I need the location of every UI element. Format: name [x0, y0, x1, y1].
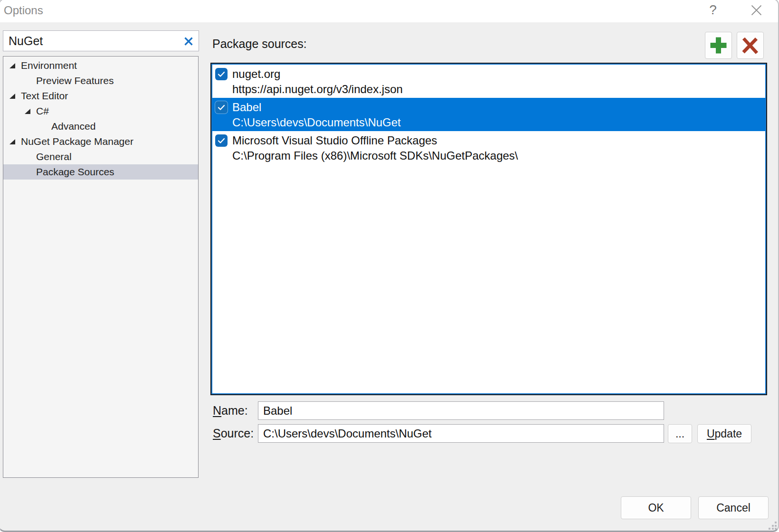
close-icon — [751, 5, 762, 16]
red-x-icon — [742, 37, 759, 54]
grip-dot — [775, 528, 777, 530]
tree-item[interactable]: Environment — [3, 58, 198, 73]
titlebar: Options ? — [0, 0, 779, 22]
dialog-title: Options — [4, 0, 43, 22]
ok-button[interactable]: OK — [621, 496, 691, 519]
search-box[interactable]: NuGet — [3, 30, 199, 51]
source-path: https://api.nuget.org/v3/index.json — [232, 82, 403, 97]
update-button[interactable]: Update — [697, 424, 751, 443]
help-button[interactable]: ? — [703, 0, 722, 21]
resize-grip[interactable] — [769, 522, 777, 530]
tree-item[interactable]: General — [3, 149, 198, 164]
package-source-row[interactable]: Babel C:\Users\devs\Documents\NuGet — [212, 98, 765, 131]
tree-item[interactable]: Preview Features — [3, 73, 198, 88]
dialog-body: NuGet Environment Preview Features Text … — [0, 22, 779, 532]
tree-expander-icon[interactable] — [10, 94, 15, 99]
tree-expander-icon[interactable] — [10, 139, 15, 144]
remove-source-button[interactable] — [737, 32, 764, 59]
grip-dot — [775, 522, 777, 523]
tree-item[interactable]: Advanced — [3, 119, 198, 134]
tree-expander-icon[interactable] — [10, 63, 15, 68]
tree-expander-icon[interactable] — [25, 109, 30, 114]
tree-item-label: C# — [36, 104, 49, 119]
checkmark-icon — [215, 68, 228, 80]
search-input[interactable]: NuGet — [9, 31, 43, 51]
grip-dot — [769, 528, 770, 530]
tree-item[interactable]: Package Sources — [3, 164, 198, 180]
grip-dot — [772, 528, 774, 530]
source-label: Source: — [213, 426, 254, 441]
tree-item[interactable]: C# — [3, 104, 198, 119]
tree-item-label: Environment — [21, 58, 77, 73]
tree-item[interactable]: Text Editor — [3, 88, 198, 104]
options-dialog: Options ? NuGet Environment Preview Feat… — [0, 0, 779, 532]
source-enabled-checkbox[interactable] — [215, 68, 228, 80]
tree-item-label: Package Sources — [36, 164, 114, 180]
checkmark-icon — [215, 134, 228, 147]
checkmark-icon — [215, 101, 228, 114]
browse-button[interactable]: ... — [668, 424, 692, 443]
grip-dot — [772, 525, 774, 527]
package-source-row[interactable]: Microsoft Visual Studio Offline Packages… — [212, 131, 765, 164]
add-source-button[interactable] — [705, 32, 732, 59]
package-source-row[interactable]: nuget.org https://api.nuget.org/v3/index… — [212, 65, 765, 98]
source-name: nuget.org — [232, 66, 280, 82]
source-enabled-checkbox[interactable] — [215, 101, 228, 114]
tree-item-label: Preview Features — [36, 73, 114, 88]
source-input[interactable]: C:\Users\devs\Documents\NuGet — [258, 424, 664, 443]
tree-item-label: General — [36, 149, 72, 164]
source-path: C:\Users\devs\Documents\NuGet — [232, 115, 401, 130]
help-icon: ? — [709, 2, 717, 18]
search-clear-icon — [184, 37, 193, 46]
package-sources-list: nuget.org https://api.nuget.org/v3/index… — [210, 63, 767, 395]
tree-item-label: Text Editor — [21, 88, 68, 104]
tree-item-label: Advanced — [51, 119, 95, 134]
tree-item-label: NuGet Package Manager — [21, 134, 133, 149]
plus-icon — [710, 37, 727, 54]
name-label: Name: — [213, 403, 248, 418]
cancel-button[interactable]: Cancel — [698, 496, 769, 519]
search-clear-button[interactable] — [184, 37, 193, 46]
name-input[interactable]: Babel — [258, 401, 664, 420]
source-name: Babel — [232, 100, 261, 115]
package-sources-label: Package sources: — [212, 36, 307, 51]
grip-dot — [775, 525, 777, 527]
options-tree: Environment Preview Features Text Editor… — [3, 56, 199, 478]
source-enabled-checkbox[interactable] — [215, 134, 228, 147]
source-name: Microsoft Visual Studio Offline Packages — [232, 133, 437, 148]
tree-item[interactable]: NuGet Package Manager — [3, 134, 198, 149]
source-path: C:\Program Files (x86)\Microsoft SDKs\Nu… — [232, 148, 518, 163]
close-button[interactable] — [746, 0, 767, 21]
